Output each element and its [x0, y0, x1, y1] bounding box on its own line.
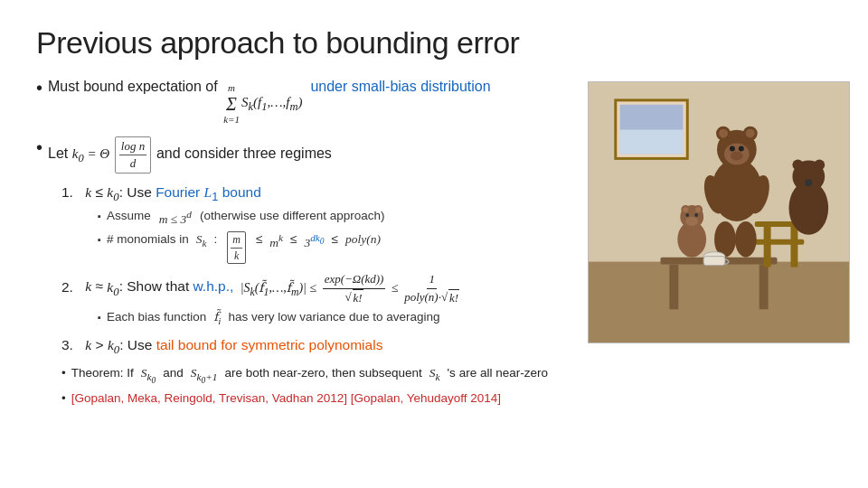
- svg-rect-5: [620, 105, 684, 130]
- bullet-1: • Must bound expectation of m Σ k=1 Sk(f…: [36, 77, 597, 127]
- bear-illustration: [588, 81, 850, 343]
- sub-bullet-2-1: Each bias function f̃i has very low vari…: [98, 309, 597, 328]
- references-bullet: [Gopalan, Meka, Reingold, Trevisan, Vadh…: [36, 390, 597, 408]
- sum-formula: m Σ k=1 Sk(f1,…,fm): [222, 81, 302, 127]
- tail-bound-label: tail bound for symmetric polynomials: [156, 337, 383, 352]
- bullet-2-text: Let k0 = Θ log n d and consider three re…: [48, 136, 332, 174]
- fourier-bound-label: Fourier L1 bound: [156, 184, 261, 200]
- sub-bullets-2: Each bias function f̃i has very low vari…: [98, 309, 597, 328]
- svg-point-36: [685, 217, 698, 226]
- bottom-bullets: Theorem: If Sk0 and Sk0+1 are both near-…: [36, 365, 597, 408]
- svg-rect-8: [669, 265, 678, 310]
- numbered-item-2: 2. k ≈ k0: Show that w.h.p., |Sk(f̃1,…,f…: [61, 271, 597, 328]
- svg-point-23: [731, 151, 743, 160]
- svg-rect-12: [790, 227, 797, 267]
- svg-point-22: [739, 146, 744, 152]
- numbered-item-3: 3. k > k0: Use tail bound for symmetric …: [61, 335, 597, 358]
- svg-point-27: [735, 221, 757, 258]
- svg-rect-6: [620, 130, 684, 155]
- slide-title: Previous approach to bounding error: [36, 25, 832, 61]
- sub-bullet-1-1: Assume m ≤ 3d (otherwise use different a…: [98, 208, 597, 228]
- whp-label: w.h.p.,: [193, 279, 234, 295]
- svg-rect-9: [760, 265, 769, 310]
- reference-text: [Gopalan, Meka, Reingold, Trevisan, Vadh…: [71, 390, 501, 408]
- svg-point-40: [814, 159, 825, 170]
- svg-point-32: [683, 207, 688, 212]
- sub-bullet-1-2: # monomials in Sk: m k ≤ mk ≤ 3dk0 ≤ pol…: [98, 231, 597, 265]
- bullet-1-text: Must bound expectation of m Σ k=1 Sk(f1,…: [48, 77, 491, 127]
- numbered-item-1: 1. k ≤ k0: Use Fourier L1 bound Assume m…: [61, 183, 597, 264]
- svg-rect-11: [764, 227, 771, 267]
- svg-point-19: [746, 129, 755, 138]
- svg-point-39: [792, 159, 803, 170]
- svg-rect-13: [755, 239, 805, 245]
- svg-point-34: [685, 213, 689, 217]
- svg-point-35: [694, 213, 698, 217]
- svg-rect-2: [589, 262, 849, 343]
- content-area: • Must bound expectation of m Σ k=1 Sk(f…: [36, 77, 597, 408]
- sub-bullets-1: Assume m ≤ 3d (otherwise use different a…: [98, 208, 597, 264]
- svg-rect-43: [703, 257, 725, 266]
- svg-point-18: [719, 129, 728, 138]
- under-small-bias: under small-bias distribution: [310, 79, 490, 94]
- bullet-dot-1: •: [36, 77, 42, 99]
- bullet-2: • Let k0 = Θ log n d and consider three …: [36, 136, 597, 174]
- theorem-bullet: Theorem: If Sk0 and Sk0+1 are both near-…: [36, 365, 597, 387]
- numbered-list: 1. k ≤ k0: Use Fourier L1 bound Assume m…: [61, 183, 597, 358]
- svg-point-33: [695, 207, 701, 212]
- svg-point-41: [805, 179, 812, 186]
- bullet-dot-2: •: [36, 136, 42, 158]
- svg-point-21: [730, 146, 735, 152]
- slide: Previous approach to bounding error • Mu…: [0, 0, 868, 488]
